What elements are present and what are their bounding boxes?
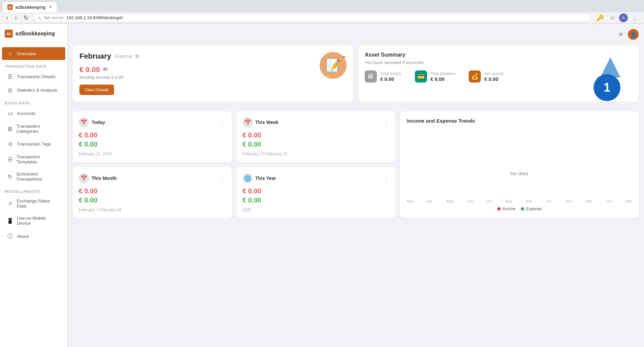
this-week-more-button[interactable]: ⋮ <box>383 119 389 126</box>
browser-tab[interactable]: ez ezBookkeeping × <box>3 2 57 12</box>
net-assets-icon: 💰 <box>469 70 481 83</box>
total-liabilities-icon: 💳 <box>415 70 427 83</box>
legend-income: Income <box>497 207 515 211</box>
bookmark-button[interactable]: ☆ <box>608 13 617 22</box>
browser-toolbar: ‹ › ↻ ⚠ Not secure 192.168.1.18:8599/des… <box>0 12 644 24</box>
trend-legend: Income Expense <box>407 207 632 211</box>
home-icon: ⌂ <box>7 51 13 57</box>
asset-summary-title: Asset Summary <box>365 52 632 58</box>
this-week-income: € 0.00 <box>243 140 390 148</box>
forward-button[interactable]: › <box>13 13 19 22</box>
mobile-icon: 📱 <box>7 218 13 224</box>
asset-summary-subtitle: You have recorded 0 accounts <box>365 60 632 65</box>
feb-card-left: February Expense ↻ € 0.00 👁 Monthly inco… <box>79 52 320 95</box>
february-expense-card: February Expense ↻ € 0.00 👁 Monthly inco… <box>73 45 353 102</box>
today-more-button[interactable]: ⋮ <box>219 119 226 126</box>
stat-card-this-year-header: 🌐 This Year ⋮ <box>243 173 390 183</box>
monthly-income-text: Monthly income € 0.00 <box>79 75 320 80</box>
user-avatar-button[interactable]: 👤 <box>628 29 639 40</box>
x-label-jun: Jun <box>467 199 473 203</box>
sidebar-item-transaction-details[interactable]: ☰ Transaction Details <box>2 70 65 83</box>
net-assets-value: € 0.00 <box>484 76 503 82</box>
address-prefix: Not secure <box>44 15 64 20</box>
total-assets-icon: 🏛 <box>365 70 377 83</box>
x-label-sep: Sep <box>526 199 532 203</box>
stat-card-this-year-title: 🌐 This Year <box>243 173 276 183</box>
today-income: € 0.00 <box>79 140 226 148</box>
today-expense: € 0.00 <box>79 131 226 139</box>
main-wrapper: February Expense ↻ € 0.00 👁 Monthly inco… <box>73 29 639 218</box>
this-year-income: € 0.00 <box>243 196 390 204</box>
total-assets-label: Total assets <box>380 71 401 76</box>
x-label-dec: Dec <box>585 199 592 203</box>
expense-dot <box>521 207 524 211</box>
menu-button[interactable]: ⋮ <box>630 13 640 22</box>
chart-icon: ◎ <box>7 87 13 93</box>
this-month-more-button[interactable]: ⋮ <box>219 175 226 182</box>
extension-button[interactable]: 🔑 <box>594 13 606 22</box>
x-label-nov: Nov <box>565 199 572 203</box>
this-year-more-button[interactable]: ⋮ <box>383 175 389 182</box>
this-month-label: This Month <box>92 176 117 181</box>
x-label-mar: Mar <box>407 199 413 203</box>
today-date: February 21, 2025 <box>79 152 226 156</box>
sidebar-item-about[interactable]: ⓘ About <box>2 229 65 243</box>
sidebar-item-transaction-categories-label: Transaction Categories <box>16 124 61 134</box>
sidebar-item-statistics-analysis[interactable]: ◎ Statistics & Analysis <box>2 84 65 97</box>
main-header: ☀ 👤 <box>618 29 639 44</box>
stat-card-this-month-header: 📅 This Month ⋮ <box>79 173 226 183</box>
asset-items: 🏛 Total assets € 0.00 💳 Total liabilitie… <box>365 70 632 83</box>
tags-icon: ⊙ <box>7 141 13 147</box>
stat-card-this-month: 📅 This Month ⋮ € 0.00 € 0.00 February 1-… <box>73 167 232 218</box>
total-liabilities-info: Total liabilities € 0.00 <box>430 71 455 82</box>
feb-amount-value: € 0.00 <box>79 65 100 74</box>
sidebar-item-exchange-rates[interactable]: ↗ Exchange Rates Data <box>2 195 65 212</box>
sidebar-item-transaction-templates[interactable]: ☰ Transaction Templates <box>2 151 65 168</box>
back-button[interactable]: ‹ <box>4 13 10 22</box>
stat-card-today: 📅 Today ⋮ € 0.00 € 0.00 February 21, 202… <box>73 111 232 162</box>
address-bar[interactable]: ⚠ Not secure 192.168.1.18:8599/desktop#/ <box>33 13 592 22</box>
trend-chart-card: Income and Expense Trends No data Mar Ap… <box>400 111 639 218</box>
reload-button[interactable]: ↻ <box>22 13 31 22</box>
tab-favicon: ez <box>7 4 13 10</box>
sidebar-item-accounts[interactable]: ▭ Accounts <box>2 107 65 120</box>
tab-title: ezBookkeeping <box>15 5 45 10</box>
sidebar-item-scheduled-transactions[interactable]: ↻ Scheduled Transactions <box>2 168 65 185</box>
sidebar-navigation: ⌂ Overview TRANSACTION DATA ☰ Transactio… <box>0 44 67 347</box>
sidebar-item-transaction-categories[interactable]: ⊞ Transaction Categories <box>2 120 65 137</box>
sidebar-item-exchange-rates-label: Exchange Rates Data <box>17 198 61 209</box>
sidebar-item-overview[interactable]: ⌂ Overview <box>2 47 65 60</box>
legend-income-label: Income <box>502 207 515 211</box>
x-label-jul: Jul <box>487 199 492 203</box>
stat-card-this-month-title: 📅 This Month <box>79 173 117 183</box>
profile-button[interactable]: A <box>619 13 628 22</box>
trend-chart-area: No data <box>407 129 632 196</box>
x-label-apr: Apr <box>427 199 433 203</box>
today-label: Today <box>92 120 105 125</box>
legend-expense: Expense <box>521 207 542 211</box>
view-details-button[interactable]: View Details <box>79 85 114 95</box>
total-liabilities-label: Total liabilities <box>430 71 455 76</box>
sidebar-item-transaction-tags[interactable]: ⊙ Transaction Tags <box>2 137 65 151</box>
bottom-section: 📅 Today ⋮ € 0.00 € 0.00 February 21, 202… <box>73 111 639 218</box>
app-container: ez ezBookkeeping ⌂ Overview TRANSACTION … <box>0 24 644 347</box>
feb-card-title: February Expense ↻ <box>79 52 320 61</box>
trend-chart-title: Income and Expense Trends <box>407 118 632 124</box>
monthly-income-value: € 0.00 <box>111 75 123 80</box>
this-week-icon: 📅 <box>243 117 253 127</box>
sidebar-logo: ez ezBookkeeping <box>0 24 67 44</box>
theme-toggle-button[interactable]: ☀ <box>618 30 624 38</box>
this-year-label: This Year <box>255 176 276 181</box>
monthly-income-label: Monthly income <box>79 75 110 80</box>
sidebar-item-transaction-tags-label: Transaction Tags <box>17 141 51 147</box>
accounts-icon: ▭ <box>7 110 13 117</box>
sidebar-item-mobile[interactable]: 📱 Use on Mobile Device <box>2 212 65 229</box>
sidebar: ez ezBookkeeping ⌂ Overview TRANSACTION … <box>0 24 67 347</box>
sidebar-item-mobile-label: Use on Mobile Device <box>17 216 61 226</box>
visibility-icon[interactable]: 👁 <box>103 67 108 73</box>
trend-no-data: No data <box>407 150 632 196</box>
tab-close-button[interactable]: × <box>49 4 52 10</box>
x-label-feb: Feb <box>625 199 632 203</box>
this-year-icon: 🌐 <box>243 173 253 183</box>
refresh-icon[interactable]: ↻ <box>135 53 139 60</box>
